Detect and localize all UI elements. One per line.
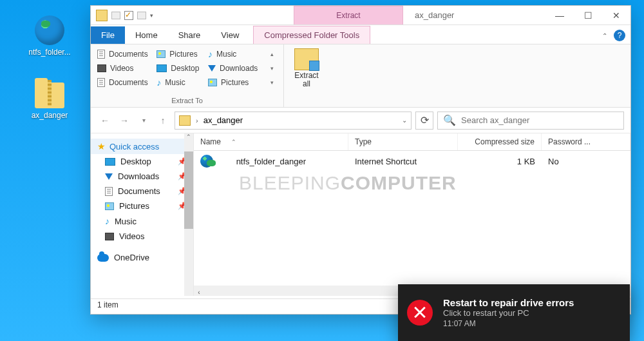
ribbon-collapse-icon[interactable]: ⌃ [602,32,607,39]
toast-title: Restart to repair drive errors [443,297,574,308]
sidebar-item-downloads[interactable]: Downloads📌 [91,169,193,184]
ribbon-group-label: Extract To [97,97,277,107]
picture-icon [105,202,114,210]
app-icon[interactable] [96,10,108,21]
close-button[interactable]: ✕ [602,6,630,25]
dest-documents[interactable]: Documents [97,47,151,61]
dest-more-icon[interactable]: ▾ [267,75,277,90]
qat-dropdown-icon[interactable]: ▾ [150,12,153,19]
address-input[interactable] [204,115,397,125]
music-icon: ♪ [105,216,109,226]
desktop: ntfs_folder... ax_danger [0,0,90,120]
file-row[interactable]: ntfs_folder_danger Internet Shortcut 1 K… [194,151,630,171]
qat-check-icon[interactable] [124,11,133,20]
tab-share[interactable]: Share [168,26,211,44]
forward-button[interactable]: → [117,113,132,128]
title-bar[interactable]: ▾ Extract ax_danger — ☐ ✕ [91,6,630,25]
col-name[interactable]: Name⌃ [194,133,348,150]
sidebar-item-documents[interactable]: Documents📌 [91,184,193,199]
document-icon [105,187,113,196]
extract-destinations: Documents Pictures ♪Music ▴ Videos Deskt… [97,47,277,90]
sidebar-item-music[interactable]: ♪Music [91,213,193,229]
up-button[interactable]: ↑ [155,113,171,128]
column-headers: Name⌃ Type Compressed size Password ... [194,133,630,151]
maximize-button[interactable]: ☐ [574,6,602,25]
dest-scroll-up-icon[interactable]: ▴ [267,47,277,61]
file-password: No [542,153,630,170]
desktop-icon-label: ax_danger [21,111,79,120]
dest-desktop[interactable]: Desktop [156,61,203,75]
address-bar[interactable]: › ⌄ [175,112,412,130]
globe-icon [35,15,64,45]
folder-icon [179,115,191,126]
globe-icon [200,155,213,168]
extract-all-icon [294,48,319,70]
back-button[interactable]: ← [97,113,113,128]
tab-view[interactable]: View [211,26,249,44]
monitor-icon [105,158,115,166]
extract-all-button[interactable]: Extract all [290,48,323,88]
desktop-icon-zip[interactable]: ax_danger [21,83,79,120]
tab-home[interactable]: Home [125,26,168,44]
help-icon[interactable]: ? [614,30,625,41]
sidebar-item-videos[interactable]: Videos [91,229,193,244]
context-tab-header: Extract [294,6,403,24]
tab-compressed-tools[interactable]: Compressed Folder Tools [253,26,370,44]
search-input[interactable] [461,115,618,125]
nav-row: ← → ▾ ↑ › ⌄ ⟳ 🔍 [91,108,630,133]
file-name: ntfs_folder_danger [236,157,306,166]
dest-music[interactable]: ♪Music [208,47,261,61]
sidebar: ★ Quick access Desktop📌 Downloads📌 Docum… [91,133,194,296]
ribbon: Documents Pictures ♪Music ▴ Videos Deskt… [91,44,630,108]
star-icon: ★ [97,141,106,151]
quick-access-toolbar: ▾ [91,10,158,21]
toast-time: 11:07 AM [443,319,574,328]
sort-caret-icon: ⌃ [231,139,236,145]
zip-folder-icon [35,83,64,108]
toast-subtitle: Click to restart your PC [443,308,574,318]
search-icon: 🔍 [443,114,456,126]
sidebar-item-desktop[interactable]: Desktop📌 [91,154,193,169]
watermark: BLEEPINGCOMPUTER [239,172,457,194]
dest-pictures-2[interactable]: Pictures [208,75,261,90]
refresh-button[interactable]: ⟳ [415,112,433,130]
desktop-icon-label: ntfs_folder... [21,48,79,57]
error-icon [407,300,433,326]
tab-file[interactable]: File [91,26,125,44]
col-password[interactable]: Password ... [542,133,630,150]
desktop-icon-ntfs[interactable]: ntfs_folder... [21,15,79,57]
file-type: Internet Shortcut [348,153,458,170]
ribbon-tabs: File Home Share View Compressed Folder T… [91,25,630,44]
dest-videos[interactable]: Videos [97,61,151,75]
notification-toast[interactable]: Restart to repair drive errors Click to … [398,284,630,341]
dest-downloads[interactable]: Downloads [208,61,261,75]
qat-item-icon[interactable] [111,12,120,19]
col-size[interactable]: Compressed size [458,133,542,150]
video-icon [105,233,114,240]
file-list: Name⌃ Type Compressed size Password ... … [194,133,630,296]
minimize-button[interactable]: — [545,6,574,25]
sidebar-scrollbar[interactable]: ⌃ [184,133,193,296]
sidebar-item-onedrive[interactable]: OneDrive [91,250,193,265]
dest-pictures[interactable]: Pictures [156,47,203,61]
dest-documents-2[interactable]: Documents [97,75,151,90]
sidebar-item-pictures[interactable]: Pictures📌 [91,199,193,213]
dest-music-2[interactable]: ♪Music [156,75,203,90]
window-title: ax_danger [415,10,454,20]
search-box[interactable]: 🔍 [437,112,624,130]
file-size: 1 KB [458,153,542,170]
explorer-window: ▾ Extract ax_danger — ☐ ✕ File Home Shar… [90,5,631,315]
address-dropdown-icon[interactable]: ⌄ [402,117,407,124]
qat-item-icon[interactable] [137,12,146,19]
cloud-icon [97,254,109,262]
recent-dropdown-icon[interactable]: ▾ [136,113,151,128]
col-type[interactable]: Type [348,133,458,150]
sidebar-quick-access[interactable]: ★ Quick access [91,139,193,154]
download-icon [105,173,113,180]
chevron-right-icon[interactable]: › [196,117,198,124]
dest-scroll-down-icon[interactable]: ▾ [267,61,277,75]
